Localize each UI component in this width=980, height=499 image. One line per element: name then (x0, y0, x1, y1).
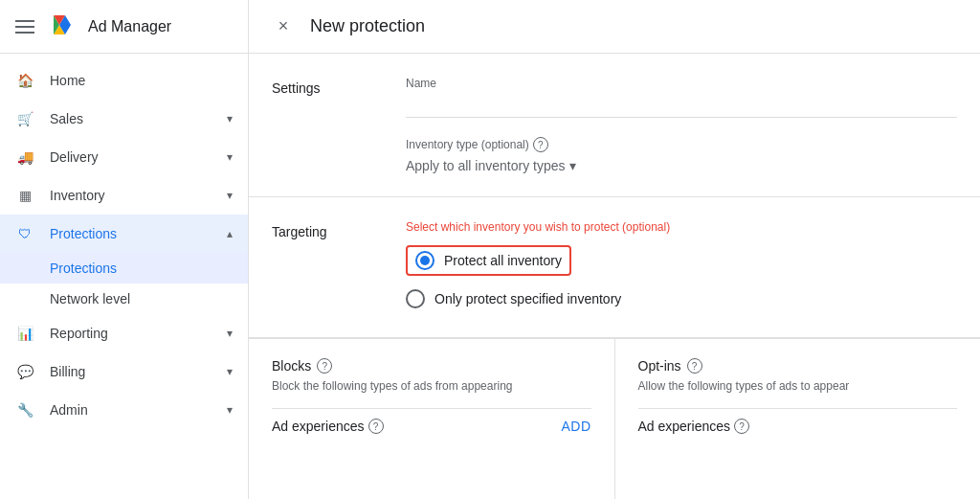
main-content: Prote New p 🔍 Name × New protection Sett… (249, 0, 980, 499)
settings-section: Settings Name Inventory type (optional) … (249, 54, 980, 197)
sidebar-item-inventory[interactable]: ▦ Inventory ▾ (0, 176, 248, 215)
targeting-hint: Select which inventory you wish to prote… (406, 220, 957, 234)
app-title: Ad Manager (88, 18, 171, 35)
app-logo (46, 11, 77, 42)
billing-icon: 💬 (15, 362, 34, 381)
name-field-label: Name (406, 77, 957, 90)
settings-content: Name Inventory type (optional) ? Apply t… (406, 77, 957, 173)
protect-all-radio[interactable] (415, 251, 434, 270)
targeting-section: Targeting Select which inventory you wis… (249, 197, 980, 338)
sidebar-item-protections-label: Protections (50, 226, 117, 241)
ad-experiences-optin-help-icon[interactable]: ? (734, 419, 749, 434)
hamburger-icon[interactable] (15, 20, 34, 34)
radio-selected-indicator (420, 256, 430, 265)
ad-experiences-help-icon[interactable]: ? (368, 419, 384, 434)
sidebar-item-home-label: Home (50, 73, 85, 88)
chevron-down-icon: ▾ (227, 327, 233, 340)
optins-description: Allow the following types of ads to appe… (638, 379, 958, 393)
protect-all-option[interactable]: Protect all inventory (406, 245, 571, 276)
sidebar-item-inventory-label: Inventory (50, 188, 105, 203)
sidebar-sub-item-network-level[interactable]: Network level (0, 284, 248, 314)
sidebar-item-admin-label: Admin (50, 402, 88, 418)
chevron-down-icon: ▾ (227, 365, 233, 378)
sidebar-sub-item-protections[interactable]: Protections (0, 253, 248, 284)
modal-header: × New protection (249, 0, 980, 54)
targeting-label: Targeting (272, 220, 368, 314)
sidebar-item-billing[interactable]: 💬 Billing ▾ (0, 352, 248, 391)
sidebar-sub-item-protections-label: Protections (50, 261, 117, 276)
blocks-panel: Blocks ? Block the following types of ad… (249, 339, 615, 499)
name-input[interactable] (406, 94, 957, 118)
settings-icon: 🔧 (15, 400, 34, 420)
sidebar-item-protections[interactable]: 🛡 Protections ▴ (0, 215, 248, 253)
inventory-type-row: Inventory type (optional) ? Apply to all… (406, 137, 957, 173)
sidebar-item-home[interactable]: 🏠 Home (0, 61, 248, 100)
chevron-down-icon: ▾ (227, 403, 233, 417)
chevron-down-icon: ▾ (227, 150, 233, 164)
inventory-type-help-icon[interactable]: ? (533, 137, 548, 152)
ad-experiences-block-row: Ad experiences ? ADD (272, 408, 591, 443)
sidebar-item-delivery[interactable]: 🚚 Delivery ▾ (0, 138, 248, 176)
blocks-section: Blocks ? Block the following types of ad… (249, 338, 980, 499)
ad-experiences-optin-label: Ad experiences ? (638, 419, 750, 434)
blocks-title: Blocks ? (272, 358, 591, 374)
protect-all-label: Protect all inventory (444, 253, 562, 268)
ad-experiences-label: Ad experiences ? (272, 419, 384, 434)
optins-panel: Opt-ins ? Allow the following types of a… (615, 339, 981, 499)
home-icon: 🏠 (15, 71, 34, 90)
shield-icon: 🛡 (15, 224, 34, 243)
close-button[interactable]: × (272, 15, 295, 38)
dropdown-chevron-icon: ▾ (569, 158, 576, 173)
protect-specified-radio[interactable] (406, 289, 425, 308)
sidebar-item-sales-label: Sales (50, 111, 83, 126)
sidebar-item-sales[interactable]: 🛒 Sales ▾ (0, 100, 248, 138)
inventory-type-label: Inventory type (optional) ? (406, 137, 576, 152)
sidebar-header: Ad Manager (0, 0, 248, 54)
optins-title: Opt-ins ? (638, 358, 958, 374)
sidebar-item-reporting[interactable]: 📊 Reporting ▾ (0, 314, 248, 352)
protect-specified-label: Only protect specified inventory (434, 291, 621, 306)
add-ad-experiences-button[interactable]: ADD (561, 419, 590, 434)
blocks-help-icon[interactable]: ? (317, 358, 332, 374)
modal-panel: × New protection Settings Name Inventory… (249, 0, 980, 499)
chevron-down-icon: ▾ (227, 112, 233, 125)
chart-icon: 📊 (15, 324, 34, 343)
modal-body: Settings Name Inventory type (optional) … (249, 54, 980, 499)
sidebar-item-reporting-label: Reporting (50, 326, 108, 341)
inventory-icon: ▦ (15, 186, 34, 205)
modal-title: New protection (310, 16, 425, 36)
sidebar-item-billing-label: Billing (50, 364, 85, 379)
delivery-icon: 🚚 (15, 147, 34, 167)
settings-label: Settings (272, 77, 368, 173)
sidebar-nav: 🏠 Home 🛒 Sales ▾ 🚚 Delivery ▾ ▦ Inventor… (0, 54, 248, 499)
protect-specified-option[interactable]: Only protect specified inventory (406, 284, 957, 314)
chevron-up-icon: ▴ (227, 227, 233, 240)
sidebar-item-admin[interactable]: 🔧 Admin ▾ (0, 391, 248, 429)
sidebar-item-delivery-label: Delivery (50, 149, 99, 165)
ad-experiences-optin-row: Ad experiences ? (638, 408, 958, 443)
targeting-content: Select which inventory you wish to prote… (406, 220, 957, 314)
sidebar-sub-item-network-level-label: Network level (50, 291, 130, 306)
blocks-description: Block the following types of ads from ap… (272, 379, 591, 393)
chevron-down-icon: ▾ (227, 189, 233, 202)
sidebar: Ad Manager 🏠 Home 🛒 Sales ▾ 🚚 Delivery ▾… (0, 0, 249, 499)
cart-icon: 🛒 (15, 109, 34, 128)
inventory-type-select[interactable]: Apply to all inventory types ▾ (406, 158, 576, 173)
optins-help-icon[interactable]: ? (687, 358, 702, 374)
